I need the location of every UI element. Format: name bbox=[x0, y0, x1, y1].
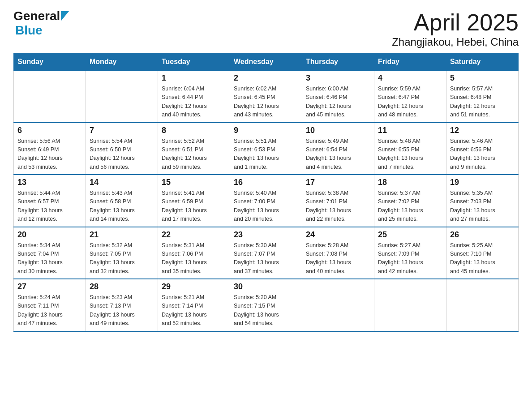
calendar-week-row: 27Sunrise: 5:24 AM Sunset: 7:11 PM Dayli… bbox=[14, 279, 519, 331]
calendar-cell bbox=[14, 71, 86, 123]
day-number: 18 bbox=[378, 178, 442, 187]
day-number: 2 bbox=[234, 73, 298, 83]
day-info: Sunrise: 6:04 AM Sunset: 6:44 PM Dayligh… bbox=[162, 85, 226, 120]
day-number: 6 bbox=[17, 126, 82, 135]
weekday-header: Tuesday bbox=[158, 53, 230, 71]
day-info: Sunrise: 5:31 AM Sunset: 7:06 PM Dayligh… bbox=[162, 241, 226, 276]
calendar-header-row: SundayMondayTuesdayWednesdayThursdayFrid… bbox=[14, 53, 519, 71]
day-number: 28 bbox=[90, 282, 154, 291]
calendar-cell: 23Sunrise: 5:30 AM Sunset: 7:07 PM Dayli… bbox=[230, 227, 302, 279]
svg-marker-0 bbox=[61, 11, 69, 21]
title-block: April 2025 Zhangjiakou, Hebei, China bbox=[392, 9, 519, 48]
weekday-header: Thursday bbox=[302, 53, 374, 71]
day-number: 13 bbox=[17, 178, 82, 187]
day-number: 7 bbox=[90, 126, 154, 135]
calendar-cell: 18Sunrise: 5:37 AM Sunset: 7:02 PM Dayli… bbox=[374, 175, 446, 227]
calendar-cell: 14Sunrise: 5:43 AM Sunset: 6:58 PM Dayli… bbox=[86, 175, 158, 227]
calendar-cell: 4Sunrise: 5:59 AM Sunset: 6:47 PM Daylig… bbox=[374, 71, 446, 123]
day-number: 25 bbox=[378, 230, 442, 240]
logo-general-text: General bbox=[13, 9, 60, 23]
day-number: 29 bbox=[162, 282, 226, 291]
calendar-cell: 26Sunrise: 5:25 AM Sunset: 7:10 PM Dayli… bbox=[446, 227, 519, 279]
calendar-cell: 20Sunrise: 5:34 AM Sunset: 7:04 PM Dayli… bbox=[14, 227, 86, 279]
calendar-cell: 28Sunrise: 5:23 AM Sunset: 7:13 PM Dayli… bbox=[86, 279, 158, 331]
calendar-cell: 25Sunrise: 5:27 AM Sunset: 7:09 PM Dayli… bbox=[374, 227, 446, 279]
weekday-header: Sunday bbox=[14, 53, 86, 71]
calendar-cell: 9Sunrise: 5:51 AM Sunset: 6:53 PM Daylig… bbox=[230, 123, 302, 175]
calendar-cell: 11Sunrise: 5:48 AM Sunset: 6:55 PM Dayli… bbox=[374, 123, 446, 175]
calendar-week-row: 1Sunrise: 6:04 AM Sunset: 6:44 PM Daylig… bbox=[14, 71, 519, 123]
day-number: 27 bbox=[17, 282, 82, 291]
day-info: Sunrise: 5:46 AM Sunset: 6:56 PM Dayligh… bbox=[450, 137, 515, 172]
day-info: Sunrise: 5:44 AM Sunset: 6:57 PM Dayligh… bbox=[17, 189, 82, 224]
calendar-week-row: 13Sunrise: 5:44 AM Sunset: 6:57 PM Dayli… bbox=[14, 175, 519, 227]
day-info: Sunrise: 5:40 AM Sunset: 7:00 PM Dayligh… bbox=[234, 189, 298, 224]
day-info: Sunrise: 5:38 AM Sunset: 7:01 PM Dayligh… bbox=[306, 189, 370, 224]
day-info: Sunrise: 5:37 AM Sunset: 7:02 PM Dayligh… bbox=[378, 189, 442, 224]
day-number: 4 bbox=[378, 73, 442, 83]
calendar-cell: 12Sunrise: 5:46 AM Sunset: 6:56 PM Dayli… bbox=[446, 123, 519, 175]
calendar-cell: 22Sunrise: 5:31 AM Sunset: 7:06 PM Dayli… bbox=[158, 227, 230, 279]
page-header: General Blue April 2025 Zhangjiakou, Heb… bbox=[13, 9, 519, 48]
day-info: Sunrise: 5:48 AM Sunset: 6:55 PM Dayligh… bbox=[378, 137, 442, 172]
calendar-cell: 8Sunrise: 5:52 AM Sunset: 6:51 PM Daylig… bbox=[158, 123, 230, 175]
day-info: Sunrise: 5:41 AM Sunset: 6:59 PM Dayligh… bbox=[162, 189, 226, 224]
day-number: 22 bbox=[162, 230, 226, 240]
day-info: Sunrise: 5:34 AM Sunset: 7:04 PM Dayligh… bbox=[17, 241, 82, 276]
day-number: 14 bbox=[90, 178, 154, 187]
day-number: 8 bbox=[162, 126, 226, 135]
day-info: Sunrise: 5:21 AM Sunset: 7:14 PM Dayligh… bbox=[162, 293, 226, 328]
weekday-header: Wednesday bbox=[230, 53, 302, 71]
day-info: Sunrise: 5:52 AM Sunset: 6:51 PM Dayligh… bbox=[162, 137, 226, 172]
day-number: 10 bbox=[306, 126, 370, 135]
day-number: 19 bbox=[450, 178, 515, 187]
calendar-cell: 5Sunrise: 5:57 AM Sunset: 6:48 PM Daylig… bbox=[446, 71, 519, 123]
day-info: Sunrise: 5:54 AM Sunset: 6:50 PM Dayligh… bbox=[90, 137, 154, 172]
day-number: 15 bbox=[162, 178, 226, 187]
calendar-cell: 24Sunrise: 5:28 AM Sunset: 7:08 PM Dayli… bbox=[302, 227, 374, 279]
calendar-cell: 1Sunrise: 6:04 AM Sunset: 6:44 PM Daylig… bbox=[158, 71, 230, 123]
calendar-cell: 29Sunrise: 5:21 AM Sunset: 7:14 PM Dayli… bbox=[158, 279, 230, 331]
calendar-cell bbox=[374, 279, 446, 331]
day-number: 5 bbox=[450, 73, 515, 83]
calendar-table: SundayMondayTuesdayWednesdayThursdayFrid… bbox=[13, 53, 519, 332]
calendar-cell: 16Sunrise: 5:40 AM Sunset: 7:00 PM Dayli… bbox=[230, 175, 302, 227]
calendar-cell bbox=[86, 71, 158, 123]
calendar-cell: 3Sunrise: 6:00 AM Sunset: 6:46 PM Daylig… bbox=[302, 71, 374, 123]
day-info: Sunrise: 5:43 AM Sunset: 6:58 PM Dayligh… bbox=[90, 189, 154, 224]
weekday-header: Friday bbox=[374, 53, 446, 71]
day-info: Sunrise: 5:28 AM Sunset: 7:08 PM Dayligh… bbox=[306, 241, 370, 276]
day-number: 20 bbox=[17, 230, 82, 240]
day-info: Sunrise: 5:35 AM Sunset: 7:03 PM Dayligh… bbox=[450, 189, 515, 224]
day-number: 21 bbox=[90, 230, 154, 240]
calendar-cell: 19Sunrise: 5:35 AM Sunset: 7:03 PM Dayli… bbox=[446, 175, 519, 227]
calendar-cell: 27Sunrise: 5:24 AM Sunset: 7:11 PM Dayli… bbox=[14, 279, 86, 331]
calendar-week-row: 6Sunrise: 5:56 AM Sunset: 6:49 PM Daylig… bbox=[14, 123, 519, 175]
calendar-week-row: 20Sunrise: 5:34 AM Sunset: 7:04 PM Dayli… bbox=[14, 227, 519, 279]
calendar-title: April 2025 bbox=[392, 9, 519, 36]
day-info: Sunrise: 5:23 AM Sunset: 7:13 PM Dayligh… bbox=[90, 293, 154, 328]
day-number: 1 bbox=[162, 73, 226, 83]
day-info: Sunrise: 6:00 AM Sunset: 6:46 PM Dayligh… bbox=[306, 85, 370, 120]
day-number: 24 bbox=[306, 230, 370, 240]
day-number: 26 bbox=[450, 230, 515, 240]
calendar-cell: 10Sunrise: 5:49 AM Sunset: 6:54 PM Dayli… bbox=[302, 123, 374, 175]
calendar-cell: 17Sunrise: 5:38 AM Sunset: 7:01 PM Dayli… bbox=[302, 175, 374, 227]
calendar-cell bbox=[302, 279, 374, 331]
day-info: Sunrise: 6:02 AM Sunset: 6:45 PM Dayligh… bbox=[234, 85, 298, 120]
calendar-cell: 15Sunrise: 5:41 AM Sunset: 6:59 PM Dayli… bbox=[158, 175, 230, 227]
day-number: 11 bbox=[378, 126, 442, 135]
day-info: Sunrise: 5:32 AM Sunset: 7:05 PM Dayligh… bbox=[90, 241, 154, 276]
calendar-cell bbox=[446, 279, 519, 331]
day-info: Sunrise: 5:20 AM Sunset: 7:15 PM Dayligh… bbox=[234, 293, 298, 328]
day-number: 30 bbox=[234, 282, 298, 291]
day-info: Sunrise: 5:51 AM Sunset: 6:53 PM Dayligh… bbox=[234, 137, 298, 172]
calendar-cell: 30Sunrise: 5:20 AM Sunset: 7:15 PM Dayli… bbox=[230, 279, 302, 331]
day-info: Sunrise: 5:27 AM Sunset: 7:09 PM Dayligh… bbox=[378, 241, 442, 276]
calendar-cell: 2Sunrise: 6:02 AM Sunset: 6:45 PM Daylig… bbox=[230, 71, 302, 123]
logo-triangle-icon bbox=[61, 11, 69, 21]
day-number: 3 bbox=[306, 73, 370, 83]
day-number: 9 bbox=[234, 126, 298, 135]
logo-blue-text: Blue bbox=[15, 23, 43, 38]
day-info: Sunrise: 5:49 AM Sunset: 6:54 PM Dayligh… bbox=[306, 137, 370, 172]
